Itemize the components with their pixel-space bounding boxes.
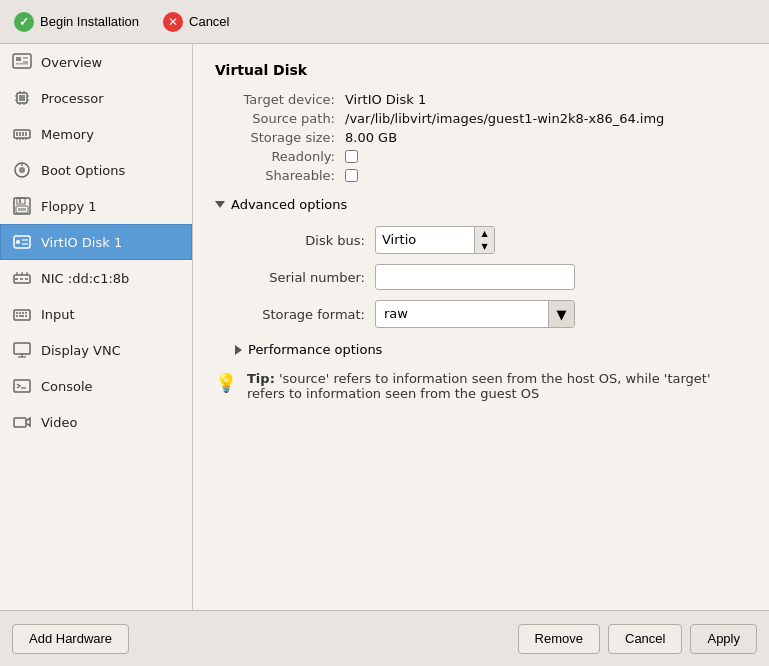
cancel-button[interactable]: Cancel [608, 624, 682, 654]
add-hardware-button[interactable]: Add Hardware [12, 624, 129, 654]
begin-installation-button[interactable]: ✓ Begin Installation [10, 10, 143, 34]
performance-toggle-icon [235, 345, 242, 355]
sidebar-label-floppy1: Floppy 1 [41, 199, 97, 214]
sidebar-label-memory: Memory [41, 127, 94, 142]
source-path-value: /var/lib/libvirt/images/guest1-win2k8-x8… [345, 111, 747, 126]
input-icon [11, 303, 33, 325]
disk-bus-label: Disk bus: [235, 233, 375, 248]
svg-rect-2 [23, 57, 28, 59]
svg-rect-31 [18, 208, 26, 211]
disk-bus-spin-down[interactable]: ▼ [475, 240, 494, 253]
advanced-toggle-icon [215, 201, 225, 208]
serial-number-label: Serial number: [235, 270, 375, 285]
tip-label: Tip: [247, 371, 275, 386]
svg-rect-1 [16, 57, 21, 61]
svg-rect-40 [15, 278, 18, 280]
advanced-options-toggle[interactable]: Advanced options [215, 197, 747, 212]
toolbar: ✓ Begin Installation ✕ Cancel [0, 0, 769, 44]
performance-options-toggle[interactable]: Performance options [235, 342, 747, 357]
display-icon [11, 339, 33, 361]
svg-point-33 [16, 240, 20, 244]
virtio-disk-icon [11, 231, 33, 253]
svg-rect-49 [19, 315, 24, 317]
svg-rect-46 [22, 312, 24, 314]
svg-rect-44 [16, 312, 18, 314]
apply-button[interactable]: Apply [690, 624, 757, 654]
svg-rect-56 [14, 418, 26, 427]
tip-icon: 💡 [215, 372, 237, 393]
video-icon [11, 411, 33, 433]
sidebar-label-video: Video [41, 415, 77, 430]
svg-rect-17 [19, 132, 21, 136]
tip-box: 💡 Tip: 'source' refers to information se… [215, 371, 747, 401]
sidebar-item-virtio-disk1[interactable]: VirtIO Disk 1 [0, 224, 192, 260]
svg-rect-51 [14, 343, 30, 354]
svg-rect-47 [25, 312, 27, 314]
sidebar-label-processor: Processor [41, 91, 104, 106]
readonly-label: Readonly: [215, 149, 345, 164]
sidebar-item-floppy1[interactable]: Floppy 1 [0, 188, 192, 224]
nic-icon [11, 267, 33, 289]
svg-rect-48 [16, 315, 18, 317]
storage-format-arrow[interactable]: ▼ [548, 301, 574, 327]
svg-rect-16 [16, 132, 18, 136]
sidebar-item-nic[interactable]: NIC :dd:c1:8b [0, 260, 192, 296]
serial-number-input[interactable] [375, 264, 575, 290]
storage-format-dropdown[interactable]: raw ▼ [375, 300, 575, 328]
content-area: Virtual Disk Target device: VirtIO Disk … [193, 44, 769, 610]
disk-bus-spin-up[interactable]: ▲ [475, 227, 494, 240]
remove-button[interactable]: Remove [518, 624, 600, 654]
shareable-label: Shareable: [215, 168, 345, 183]
console-icon [11, 375, 33, 397]
boot-options-icon [11, 159, 33, 181]
advanced-options-grid: Disk bus: Virtio ▲ ▼ Serial number: Stor… [235, 226, 747, 328]
sidebar-item-overview[interactable]: Overview [0, 44, 192, 80]
svg-rect-54 [14, 380, 30, 392]
sidebar-item-input[interactable]: Input [0, 296, 192, 332]
storage-size-label: Storage size: [215, 130, 345, 145]
svg-rect-4 [16, 63, 28, 65]
memory-icon [11, 123, 33, 145]
check-icon: ✓ [14, 12, 34, 32]
shareable-row [345, 168, 747, 183]
advanced-options-label: Advanced options [231, 197, 347, 212]
sidebar-label-display-vnc: Display VNC [41, 343, 121, 358]
svg-rect-45 [19, 312, 21, 314]
target-device-value: VirtIO Disk 1 [345, 92, 747, 107]
tip-body: 'source' refers to information seen from… [247, 371, 710, 401]
storage-format-label: Storage format: [235, 307, 375, 322]
sidebar-item-display-vnc[interactable]: Display VNC [0, 332, 192, 368]
svg-rect-41 [20, 278, 23, 280]
sidebar-label-virtio-disk1: VirtIO Disk 1 [41, 235, 122, 250]
storage-size-value: 8.00 GB [345, 130, 747, 145]
cancel-toolbar-button[interactable]: ✕ Cancel [159, 10, 233, 34]
svg-rect-6 [19, 95, 25, 101]
right-button-group: Remove Cancel Apply [518, 624, 757, 654]
floppy-icon [11, 195, 33, 217]
performance-options-label: Performance options [248, 342, 382, 357]
sidebar-label-input: Input [41, 307, 75, 322]
begin-installation-label: Begin Installation [40, 14, 139, 29]
svg-rect-3 [23, 61, 28, 63]
overview-icon [11, 51, 33, 73]
bottom-bar: Add Hardware Remove Cancel Apply [0, 610, 769, 666]
cancel-toolbar-label: Cancel [189, 14, 229, 29]
svg-point-25 [19, 167, 25, 173]
sidebar-item-console[interactable]: Console [0, 368, 192, 404]
processor-icon [11, 87, 33, 109]
sidebar-item-memory[interactable]: Memory [0, 116, 192, 152]
readonly-checkbox[interactable] [345, 150, 358, 163]
svg-rect-0 [13, 54, 31, 68]
svg-rect-19 [25, 132, 27, 136]
main-area: Overview Processor Memory Boot Options F [0, 44, 769, 610]
svg-rect-29 [19, 199, 21, 203]
sidebar-label-console: Console [41, 379, 93, 394]
sidebar-label-boot-options: Boot Options [41, 163, 125, 178]
cancel-icon: ✕ [163, 12, 183, 32]
sidebar-item-processor[interactable]: Processor [0, 80, 192, 116]
shareable-checkbox[interactable] [345, 169, 358, 182]
sidebar-item-boot-options[interactable]: Boot Options [0, 152, 192, 188]
sidebar-label-nic: NIC :dd:c1:8b [41, 271, 129, 286]
disk-bus-spinbox[interactable]: Virtio ▲ ▼ [375, 226, 495, 254]
sidebar-item-video[interactable]: Video [0, 404, 192, 440]
